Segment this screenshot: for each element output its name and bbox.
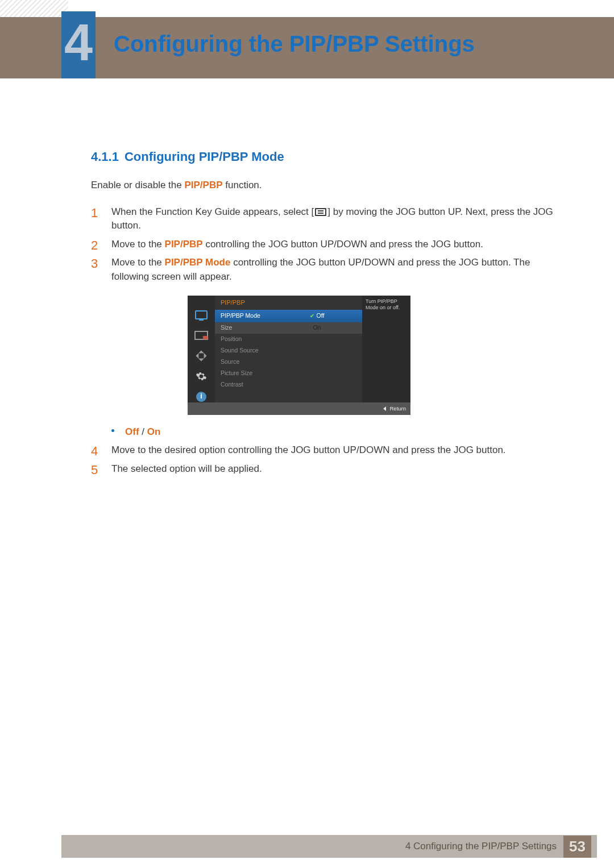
osd-row: Sound Source — [215, 345, 362, 356]
step-text: controlling the JOG button UP/DOWN and p… — [203, 239, 483, 250]
osd-row-label: Size — [221, 323, 277, 332]
osd-screenshot: i PIP/PBP PIP/PBP Mode✔OffSizeOnPosition… — [188, 296, 410, 415]
step-text: When the Function Key Guide appears, sel… — [111, 206, 314, 217]
osd-row-value-text: Off — [317, 312, 325, 319]
osd-row-label: Position — [221, 335, 277, 343]
intro-highlight: PIP/PBP — [184, 180, 222, 190]
steps-list: 1When the Function Key Guide appears, se… — [91, 205, 563, 284]
section-heading: 4.1.1Configuring PIP/PBP Mode — [91, 148, 563, 166]
osd-row-value: ✔Off — [277, 312, 356, 321]
section-number: 4.1.1 — [91, 149, 119, 164]
option-off: Off — [125, 426, 139, 437]
osd-return-label: Return — [389, 405, 406, 413]
page-number: 53 — [563, 836, 591, 858]
option-on: On — [147, 426, 161, 437]
osd-sidebar: i — [188, 296, 215, 402]
intro-post: function. — [223, 180, 262, 190]
option-sep: / — [139, 426, 147, 437]
menu-icon — [315, 208, 326, 216]
page-title: Configuring the PIP/PBP Settings — [114, 31, 475, 57]
osd-row-value: On — [277, 323, 356, 332]
osd-header: PIP/PBP — [215, 296, 362, 310]
step-text: Move to the — [111, 239, 165, 250]
osd-list: PIP/PBP Mode✔OffSizeOnPositionSound Sour… — [215, 310, 362, 391]
osd-row-value-text: On — [313, 324, 321, 331]
step-number: 3 — [91, 255, 98, 273]
step-highlight: PIP/PBP — [165, 239, 203, 250]
osd-row: SizeOn — [215, 322, 362, 334]
osd-row: Contrast — [215, 379, 362, 391]
osd-footer: Return — [188, 402, 410, 415]
page-corner-deco — [0, 0, 68, 17]
page-footer: 4 Configuring the PIP/PBP Settings 53 — [61, 835, 597, 858]
bullet-dot — [111, 429, 114, 432]
step-number: 1 — [91, 204, 98, 222]
osd-row-label: PIP/PBP Mode — [221, 312, 277, 320]
arrows-icon — [193, 350, 209, 362]
osd-row-label: Picture Size — [221, 369, 277, 377]
info-icon: i — [193, 391, 209, 402]
step-item: 2Move to the PIP/PBP controlling the JOG… — [91, 238, 563, 252]
osd-row: Source — [215, 356, 362, 368]
gear-icon — [193, 371, 209, 382]
step-item: 1When the Function Key Guide appears, se… — [91, 205, 563, 233]
step-item: 3Move to the PIP/PBP Mode controlling th… — [91, 256, 563, 284]
step-text: Move to the desired option controlling t… — [111, 445, 506, 455]
options-bullet: Off / On — [91, 425, 563, 439]
step-number: 2 — [91, 236, 98, 255]
step-item: 5The selected option will be applied. — [91, 462, 563, 476]
osd-row: Position — [215, 334, 362, 345]
check-icon: ✔ — [310, 313, 314, 319]
osd-row-label: Contrast — [221, 380, 277, 389]
chapter-number-badge: 4 — [61, 11, 96, 78]
osd-menu: PIP/PBP PIP/PBP Mode✔OffSizeOnPositionSo… — [215, 296, 362, 402]
osd-row-label: Sound Source — [221, 346, 277, 355]
step-text: The selected option will be applied. — [111, 463, 262, 474]
steps-list-continued: 4Move to the desired option controlling … — [91, 443, 563, 476]
intro-pre: Enable or disable the — [91, 180, 184, 190]
content-area: 4.1.1Configuring PIP/PBP Mode Enable or … — [91, 148, 563, 480]
step-text: Move to the — [111, 257, 165, 268]
step-number: 5 — [91, 461, 98, 479]
chapter-number: 4 — [64, 14, 93, 72]
osd-row: PIP/PBP Mode✔Off — [215, 310, 362, 322]
return-arrow-icon — [383, 406, 386, 411]
pip-icon — [193, 330, 209, 341]
step-number: 4 — [91, 442, 98, 460]
intro-paragraph: Enable or disable the PIP/PBP function. — [91, 178, 563, 193]
osd-hint: Turn PIP/PBP Mode on or off. — [362, 296, 410, 402]
osd-row: Picture Size — [215, 368, 362, 379]
osd-row-label: Source — [221, 358, 277, 366]
section-title: Configuring PIP/PBP Mode — [125, 149, 284, 164]
step-item: 4Move to the desired option controlling … — [91, 443, 563, 458]
step-highlight: PIP/PBP Mode — [165, 257, 231, 268]
footer-text: 4 Configuring the PIP/PBP Settings — [405, 841, 557, 852]
monitor-icon — [193, 309, 209, 321]
